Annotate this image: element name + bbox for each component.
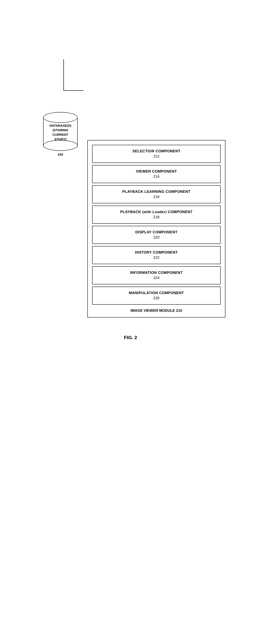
history-component-number: 222 — [95, 256, 218, 260]
cylinder-bottom — [43, 140, 78, 151]
playback-loader-number: 218 — [95, 215, 218, 219]
database-number: 230 — [58, 152, 63, 156]
playback-loader-label: PLAYBACK (with Loader) COMPONENT — [120, 210, 193, 214]
manipulation-component-label: MANIPULATION COMPONENT — [129, 291, 184, 295]
display-component-label: DISPLAY COMPONENT — [135, 230, 177, 234]
selection-component-box: SELECTION COMPONENT 212 — [92, 145, 221, 163]
db-line2: (STORING — [52, 128, 68, 132]
playback-loader-component-box: PLAYBACK (with Loader) COMPONENT 218 — [92, 206, 221, 224]
connector-svg — [34, 8, 227, 108]
database-text: DATABASE(S) (STORING CURRENT STUDY) — [49, 123, 71, 141]
history-component-box: HISTORY COMPONENT 222 — [92, 246, 221, 264]
selection-component-number: 212 — [95, 154, 218, 158]
viewer-component-box: VIEWER COMPONENT 214 — [92, 165, 221, 183]
module-label: IMAGE VIEWER MODULE 210 — [131, 308, 182, 313]
selection-component-label: SELECTION COMPONENT — [132, 149, 180, 153]
information-component-box: INFORMATION COMPONENT 224 — [92, 266, 221, 284]
viewer-component-label: VIEWER COMPONENT — [136, 169, 177, 174]
module-outer-box: SELECTION COMPONENT 212 VIEWER COMPONENT… — [87, 140, 225, 318]
display-component-number: 220 — [95, 235, 218, 240]
playback-learning-label: PLAYBACK LEARNING COMPONENT — [122, 190, 190, 194]
figure-label: FIG. 2 — [124, 335, 137, 340]
manipulation-component-number: 226 — [95, 296, 218, 300]
display-component-box: DISPLAY COMPONENT 220 — [92, 226, 221, 244]
module-column: SELECTION COMPONENT 212 VIEWER COMPONENT… — [81, 108, 227, 318]
database-cylinder: DATABASE(S) (STORING CURRENT STUDY) — [43, 112, 78, 151]
db-line4: STUDY) — [54, 137, 66, 141]
database-column: DATABASE(S) (STORING CURRENT STUDY) 230 — [34, 108, 81, 156]
db-line3: CURRENT — [52, 133, 68, 136]
history-component-label: HISTORY COMPONENT — [135, 250, 178, 254]
cylinder-top — [43, 112, 78, 123]
top-section: DATABASE(S) (STORING CURRENT STUDY) 230 … — [34, 108, 227, 318]
manipulation-component-box: MANIPULATION COMPONENT 226 — [92, 286, 221, 305]
db-line1: DATABASE(S) — [49, 124, 71, 127]
diagram-container: DATABASE(S) (STORING CURRENT STUDY) 230 … — [34, 8, 227, 340]
viewer-component-number: 214 — [95, 174, 218, 179]
information-component-label: INFORMATION COMPONENT — [130, 270, 183, 275]
playback-learning-number: 216 — [95, 195, 218, 199]
information-component-number: 224 — [95, 276, 218, 280]
playback-learning-component-box: PLAYBACK LEARNING COMPONENT 216 — [92, 185, 221, 204]
